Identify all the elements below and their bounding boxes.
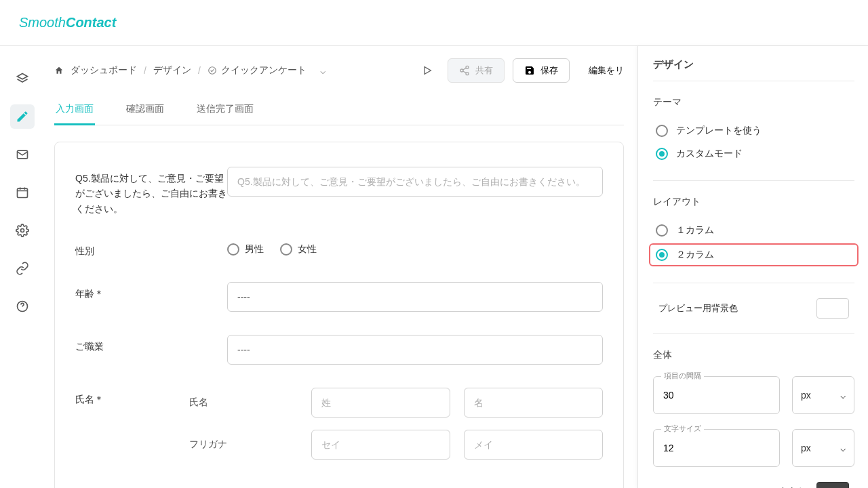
furi-mei-input[interactable] bbox=[464, 430, 603, 460]
age-label: 年齢＊ bbox=[75, 282, 227, 301]
svg-point-2 bbox=[21, 229, 24, 232]
crumb-current[interactable]: クイックアンケート bbox=[208, 64, 307, 77]
fontsize-input[interactable] bbox=[653, 429, 780, 467]
preview-bg-swatch[interactable] bbox=[816, 298, 849, 319]
svg-point-5 bbox=[466, 66, 469, 68]
gender-female[interactable]: 女性 bbox=[280, 243, 317, 256]
preview-bg-label: プレビュー用背景色 bbox=[658, 302, 738, 314]
theme-template-radio[interactable]: テンプレートを使う bbox=[653, 119, 854, 142]
theme-section-title: テーマ bbox=[653, 96, 854, 108]
fontsize-legend: 文字サイズ bbox=[661, 424, 704, 434]
side-nav bbox=[0, 46, 45, 488]
svg-point-7 bbox=[466, 73, 469, 75]
form-canvas: Q5.製品に対して、ご意見・ご要望がございましたら、ご自由にお書きください。 性… bbox=[54, 142, 624, 488]
spacing-input[interactable] bbox=[653, 376, 780, 414]
chevron-down-icon[interactable]: ⌵ bbox=[320, 65, 326, 76]
job-label: ご職業 bbox=[75, 335, 227, 354]
layers-icon[interactable] bbox=[10, 66, 35, 91]
q5-label: Q5.製品に対して、ご意見・ご要望がございましたら、ご自由にお書きください。 bbox=[75, 167, 227, 216]
save-icon bbox=[524, 65, 535, 76]
overall-section-title: 全体 bbox=[653, 349, 854, 361]
name-mei-input[interactable] bbox=[464, 388, 603, 418]
mail-icon[interactable] bbox=[10, 142, 35, 167]
share-button: 共有 bbox=[448, 58, 505, 83]
layout-section-title: レイアウト bbox=[653, 196, 854, 208]
reset-button[interactable]: 編集をリ bbox=[578, 58, 624, 83]
gender-label: 性別 bbox=[75, 239, 227, 258]
edit-icon[interactable] bbox=[10, 104, 35, 129]
link-icon[interactable] bbox=[10, 256, 35, 281]
job-select[interactable]: ---- bbox=[227, 335, 603, 365]
fontsize-unit-select[interactable]: px⌵ bbox=[792, 429, 854, 467]
save-button[interactable]: 保存 bbox=[513, 58, 570, 83]
design-panel: デザイン テーマ テンプレートを使う カスタムモード レイアウト １カラム ２カ… bbox=[637, 46, 868, 488]
svg-point-4 bbox=[209, 67, 216, 75]
layout-one-column-radio[interactable]: １カラム bbox=[653, 219, 854, 242]
crumb-dashboard[interactable]: ダッシュボード bbox=[71, 64, 137, 77]
chevron-down-icon: ⌵ bbox=[840, 443, 846, 453]
furigana-sub-label: フリガナ bbox=[189, 439, 298, 451]
panel-title: デザイン bbox=[653, 58, 854, 81]
svg-point-6 bbox=[460, 69, 463, 72]
spacing-legend: 項目の間隔 bbox=[661, 371, 704, 381]
breadcrumb: ダッシュボード / デザイン / クイックアンケート ⌵ bbox=[54, 64, 326, 77]
spacing-unit-select[interactable]: px⌵ bbox=[792, 376, 854, 414]
name-sub-label: 氏名 bbox=[189, 396, 298, 409]
tab-input[interactable]: 入力画面 bbox=[54, 95, 95, 125]
crumb-design[interactable]: デザイン bbox=[153, 64, 191, 77]
chevron-down-icon: ⌵ bbox=[840, 390, 846, 401]
tab-confirm[interactable]: 確認画面 bbox=[125, 95, 165, 125]
play-button[interactable] bbox=[415, 58, 439, 83]
radio-icon bbox=[280, 243, 292, 256]
gear-icon[interactable] bbox=[10, 218, 35, 243]
top-bar: SmoothContact bbox=[0, 0, 868, 46]
home-icon bbox=[54, 66, 64, 75]
tab-complete[interactable]: 送信完了画面 bbox=[195, 95, 255, 125]
textcolor-swatch[interactable] bbox=[816, 482, 849, 488]
gender-male[interactable]: 男性 bbox=[227, 243, 264, 256]
help-icon[interactable] bbox=[10, 294, 35, 319]
calendar-icon[interactable] bbox=[10, 180, 35, 205]
furi-sei-input[interactable] bbox=[311, 430, 450, 460]
logo-text-1: Smooth bbox=[19, 15, 66, 30]
share-icon bbox=[459, 65, 470, 76]
layout-two-column-radio[interactable]: ２カラム bbox=[649, 243, 859, 266]
radio-icon bbox=[227, 243, 239, 256]
logo-text-2: Contact bbox=[66, 15, 116, 30]
svg-rect-1 bbox=[18, 188, 28, 197]
theme-custom-radio[interactable]: カスタムモード bbox=[653, 142, 854, 165]
age-select[interactable]: ---- bbox=[227, 282, 603, 312]
view-tabs: 入力画面 確認画面 送信完了画面 bbox=[54, 95, 624, 125]
check-circle-icon bbox=[208, 66, 217, 75]
q5-input[interactable] bbox=[227, 167, 603, 197]
name-label: 氏名＊ bbox=[75, 388, 189, 407]
name-sei-input[interactable] bbox=[311, 388, 450, 418]
